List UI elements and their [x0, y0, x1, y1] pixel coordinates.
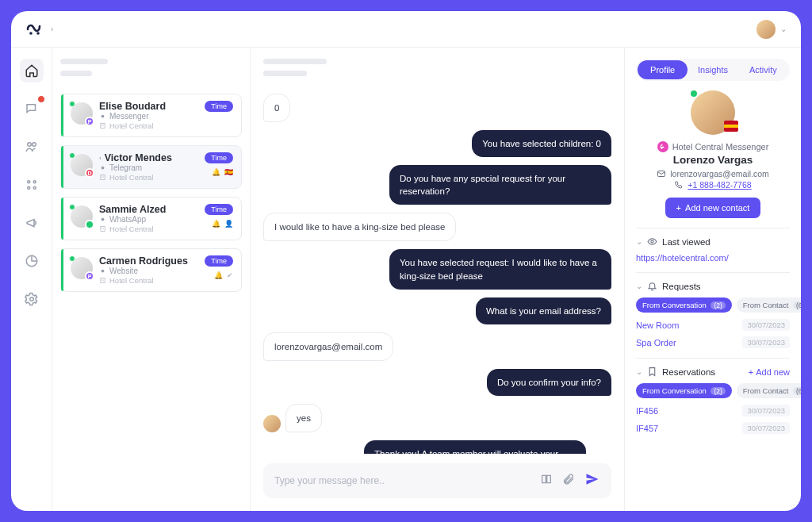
add-reservation-button[interactable]: +Add new: [749, 367, 790, 377]
svg-point-1: [36, 32, 40, 35]
profile-channel: Hotel Central Messenger: [636, 141, 790, 152]
chat-messages: 0You have selected children: 0Do you hav…: [251, 94, 624, 454]
tab-activity[interactable]: Activity: [738, 60, 788, 79]
channel-badge: P: [85, 117, 94, 126]
chevron-right-icon: ›: [51, 25, 53, 33]
message-bubble: What is your email address?: [476, 297, 611, 324]
presence-dot: [69, 255, 75, 262]
svg-point-12: [102, 167, 105, 170]
svg-rect-17: [101, 278, 105, 283]
bell-icon: 🔔: [212, 220, 220, 228]
hotel-label: Hotel Central: [99, 225, 198, 233]
hotel-label: Hotel Central: [99, 121, 198, 130]
list-item[interactable]: New Room30/07/2023: [636, 319, 790, 331]
check-icon: ✔: [227, 271, 233, 279]
contact-avatar: D: [71, 154, 93, 176]
nav-inbox[interactable]: [20, 97, 44, 121]
tab-profile[interactable]: Profile: [638, 60, 688, 79]
send-button[interactable]: [584, 471, 600, 490]
message-bubble: Do you confirm your info?: [487, 369, 611, 396]
chat-message: Do you confirm your info?: [263, 369, 611, 396]
message-bubble: I would like to have a king-size bed ple…: [263, 213, 456, 241]
bell-icon: [647, 281, 657, 291]
message-bubble: You have selected request: I would like …: [389, 249, 611, 289]
bell-icon: 🔔: [212, 168, 220, 176]
attachment-icon[interactable]: [562, 473, 575, 489]
eye-icon: [647, 236, 657, 247]
conversation-list: PElise BoudardMessengerHotel CentralTime…: [52, 48, 251, 511]
last-viewed-link[interactable]: https://hotelcentral.com/: [636, 253, 790, 263]
profile-avatar: [691, 90, 735, 135]
nav-settings[interactable]: [20, 287, 44, 311]
conversation-item[interactable]: D›Victor MendesTelegramHotel CentralTime…: [60, 145, 242, 189]
nav-campaigns[interactable]: [20, 211, 44, 235]
tab-insights[interactable]: Insights: [688, 60, 737, 79]
list-item[interactable]: IF45730/07/2023: [636, 422, 790, 434]
message-bubble: You have selected children: 0: [472, 130, 611, 157]
chat-message: You have selected children: 0: [263, 130, 611, 157]
chat-header: [251, 48, 624, 94]
topbar: › ⌄: [11, 11, 801, 48]
chat-message: I would like to have a king-size bed ple…: [263, 213, 611, 241]
svg-point-9: [29, 297, 33, 301]
contact-avatar: P: [71, 257, 93, 279]
canned-responses-icon[interactable]: [540, 473, 553, 489]
bell-icon: 🔔: [214, 271, 223, 279]
presence-dot: [69, 101, 75, 107]
collapse-icon[interactable]: ⌄: [636, 282, 642, 290]
last-viewed-section: ⌄Last viewed https://hotelcentral.com/: [636, 228, 790, 263]
filter-tab[interactable]: From Contact (6): [737, 297, 801, 313]
filter-tab[interactable]: From Conversation (2): [636, 297, 732, 313]
collapse-icon[interactable]: ⌄: [636, 367, 642, 376]
add-contact-button[interactable]: +Add new contact: [665, 198, 761, 218]
nav-reports[interactable]: [20, 249, 44, 273]
time-badge: Time: [205, 101, 233, 112]
nav-contacts[interactable]: [20, 135, 44, 159]
bookmark-icon: [647, 367, 657, 377]
requests-section: ⌄Requests From Conversation (2)From Cont…: [636, 272, 790, 348]
list-item[interactable]: IF45630/07/2023: [636, 405, 790, 416]
nav-apps[interactable]: [20, 173, 44, 197]
message-input[interactable]: [274, 475, 532, 486]
filter-tab[interactable]: From Contact (6): [737, 383, 801, 398]
nav-home[interactable]: [20, 59, 44, 83]
user-menu[interactable]: ⌄: [756, 20, 787, 39]
svg-point-10: [102, 115, 105, 118]
channel-label: Telegram: [99, 163, 198, 172]
message-bubble: Do you have any special request for your…: [389, 165, 611, 205]
profile-phone[interactable]: +1 888-482-7768: [636, 180, 790, 190]
svg-rect-13: [101, 175, 105, 180]
plus-icon: +: [749, 367, 753, 377]
conversation-item[interactable]: PCarmen RodriguesWebsiteHotel CentralTim…: [60, 248, 242, 292]
contact-avatar: P: [71, 102, 93, 125]
chat-message: What is your email address?: [263, 297, 611, 324]
details-panel: Profile Insights Activity Hotel Central …: [625, 48, 801, 511]
channel-badge: P: [85, 271, 94, 281]
collapse-icon[interactable]: ⌄: [636, 237, 642, 246]
channel-label: Messenger: [99, 112, 198, 121]
mail-icon: [657, 169, 666, 178]
svg-point-0: [29, 32, 33, 35]
conversation-item[interactable]: Sammie AlzedWhatsAppHotel CentralTime🔔👤: [60, 197, 242, 240]
chat-message: Thank you! A team member will evaluate y…: [263, 440, 611, 454]
chat-panel: 0You have selected children: 0Do you hav…: [251, 48, 625, 511]
time-badge: Time: [205, 204, 233, 215]
filter-tab[interactable]: From Conversation (2): [636, 383, 732, 398]
phone-icon: [674, 180, 684, 190]
time-badge: Time: [205, 255, 233, 267]
messenger-icon: [657, 141, 668, 152]
contact-name: Sammie Alzed: [99, 204, 198, 215]
channel-badge: [85, 220, 94, 229]
contact-name: Elise Boudard: [99, 101, 198, 112]
message-input-box[interactable]: [263, 463, 611, 498]
online-status-icon: [689, 89, 699, 98]
conversation-item[interactable]: PElise BoudardMessengerHotel CentralTime: [60, 94, 242, 137]
message-bubble: 0: [263, 94, 290, 122]
chat-message: 0: [263, 94, 611, 122]
country-flag-icon: [724, 121, 738, 132]
contact-name: ›Victor Mendes: [99, 152, 198, 163]
svg-point-7: [33, 186, 36, 189]
message-bubble: lorenzovargas@email.com: [263, 332, 393, 361]
assigned-icon: ›: [99, 155, 102, 162]
list-item[interactable]: Spa Order30/07/2023: [636, 336, 790, 348]
